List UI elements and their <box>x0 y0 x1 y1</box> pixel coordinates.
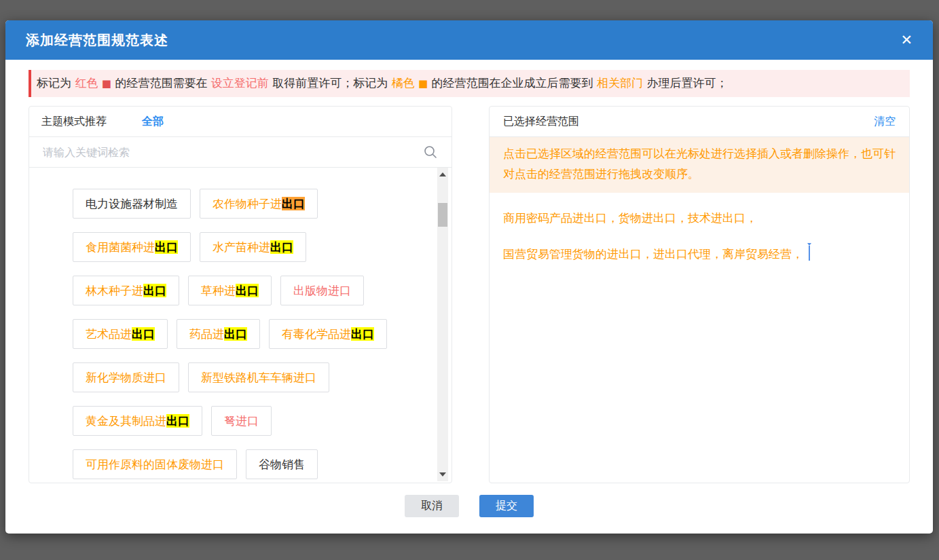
tag-row: 林木种子进出口草种进出口出版物进口 <box>73 276 424 305</box>
scope-tag[interactable]: 水产苗种进出口 <box>200 232 306 262</box>
scope-tag[interactable]: 林木种子进出口 <box>73 276 179 305</box>
selected-panel-header: 已选择经营范围 清空 <box>490 107 909 137</box>
selected-scope-panel: 已选择经营范围 清空 点击已选择区域的经营范围可以在光标处进行选择插入或者删除操… <box>489 106 910 483</box>
tag-list: 电力设施器材制造农作物种子进出口食用菌菌种进出口水产苗种进出口林木种子进出口草种… <box>29 168 452 483</box>
tag-row: 艺术品进出口药品进出口有毒化学品进出口 <box>73 319 424 349</box>
selected-scope-line[interactable]: 商用密码产品进出口，货物进出口，技术进出口， <box>503 209 896 227</box>
notice-segment: 取得前置许可；标记为 <box>269 76 392 90</box>
notice-segment: 的经营范围需要在 <box>111 76 211 90</box>
scope-tag[interactable]: 黄金及其制品进出口 <box>73 406 202 436</box>
keyword-highlight: 出口 <box>224 327 247 341</box>
keyword-highlight: 出口 <box>351 327 374 341</box>
notice-segment: 办理后置许可； <box>643 76 727 90</box>
keyword-highlight: 出口 <box>143 284 166 297</box>
add-business-scope-dialog: 添加经营范围规范表述 ✕ 标记为 红色 ■ 的经营范围需要在 设立登记前 取得前… <box>5 20 933 534</box>
notice-segment: 设立登记前 <box>211 76 269 90</box>
tag-list-scrollbar[interactable] <box>437 168 448 481</box>
panels-row: 主题模式推荐 全部 电力设施器材制造农作物种子进出口食用菌菌种进出口水产苗种进出… <box>29 106 910 483</box>
scrollbar-up-icon[interactable] <box>437 169 448 180</box>
notice-segment: ■ <box>418 77 428 90</box>
scope-tag[interactable]: 新型铁路机车车辆进口 <box>188 362 329 392</box>
scope-tag[interactable]: 弩进口 <box>211 406 272 436</box>
drag-hint: 点击已选择区域的经营范围可以在光标处进行选择插入或者删除操作，也可针对点击的经营… <box>490 137 909 193</box>
search-icon[interactable] <box>423 145 438 160</box>
tag-row: 新化学物质进口新型铁路机车车辆进口 <box>73 362 424 392</box>
scope-tag[interactable]: 谷物销售 <box>246 449 318 479</box>
selected-scope-editor[interactable]: 商用密码产品进出口，货物进出口，技术进出口，国营贸易管理货物的进出口，进出口代理… <box>490 193 909 483</box>
scope-tag[interactable]: 出版物进口 <box>280 276 364 305</box>
dialog-header: 添加经营范围规范表述 ✕ <box>5 20 933 60</box>
tab-theme-mode[interactable]: 主题模式推荐 <box>41 115 107 129</box>
close-icon[interactable]: ✕ <box>900 33 913 48</box>
tag-row: 黄金及其制品进出口弩进口 <box>73 406 424 436</box>
notice-segment: 橘色 <box>392 76 418 90</box>
scope-tag[interactable]: 药品进出口 <box>177 319 260 349</box>
dialog-footer: 取消 提交 <box>29 495 910 517</box>
selected-scope-line[interactable]: 国营贸易管理货物的进出口，进出口代理，离岸贸易经营， <box>503 245 896 263</box>
keyword-highlight: 出口 <box>236 284 259 297</box>
search-row <box>29 137 452 168</box>
notice-segment: 标记为 <box>37 76 75 90</box>
scope-tag[interactable]: 艺术品进出口 <box>73 319 168 349</box>
scope-tag[interactable]: 食用菌菌种进出口 <box>73 232 191 262</box>
selected-panel-title: 已选择经营范围 <box>503 115 579 129</box>
keyword-highlight: 出口 <box>132 327 155 341</box>
notice-segment: 红色 <box>75 76 101 90</box>
notice-segment: ■ <box>102 77 111 90</box>
keyword-highlight: 出口 <box>155 240 178 254</box>
keyword-highlight: 出口 <box>282 197 305 210</box>
tag-row: 电力设施器材制造农作物种子进出口 <box>73 189 424 219</box>
picker-tabs: 主题模式推荐 全部 <box>29 107 452 137</box>
modal-backdrop: { "modal": { "title": "添加经营范围规范表述", "clo… <box>0 0 939 560</box>
tab-all[interactable]: 全部 <box>142 115 164 129</box>
notice-segment: 相关部门 <box>597 76 643 90</box>
dialog-title: 添加经营范围规范表述 <box>26 31 168 50</box>
dialog-body: 标记为 红色 ■ 的经营范围需要在 设立登记前 取得前置许可；标记为 橘色 ■ … <box>5 60 933 517</box>
scope-tag[interactable]: 电力设施器材制造 <box>73 189 191 219</box>
scrollbar-thumb[interactable] <box>438 203 447 227</box>
scope-tag[interactable]: 可用作原料的固体废物进口 <box>73 449 237 479</box>
scope-tag[interactable]: 农作物种子进出口 <box>200 189 318 219</box>
tag-row: 食用菌菌种进出口水产苗种进出口 <box>73 232 424 262</box>
text-cursor <box>809 246 810 261</box>
submit-button[interactable]: 提交 <box>479 495 534 517</box>
scrollbar-down-icon[interactable] <box>437 469 448 480</box>
tag-row: 可用作原料的固体废物进口谷物销售 <box>73 449 424 479</box>
permission-notice: 标记为 红色 ■ 的经营范围需要在 设立登记前 取得前置许可；标记为 橘色 ■ … <box>29 70 910 97</box>
keyword-highlight: 出口 <box>166 414 189 428</box>
cancel-button[interactable]: 取消 <box>405 495 459 517</box>
keyword-highlight: 出口 <box>270 240 293 254</box>
scope-tag[interactable]: 有毒化学品进出口 <box>269 319 387 349</box>
notice-segment: 的经营范围在企业成立后需要到 <box>428 76 597 90</box>
scope-tag[interactable]: 草种进出口 <box>188 276 272 305</box>
scope-tag[interactable]: 新化学物质进口 <box>73 362 179 392</box>
scope-picker-panel: 主题模式推荐 全部 电力设施器材制造农作物种子进出口食用菌菌种进出口水产苗种进出… <box>29 106 452 483</box>
clear-link[interactable]: 清空 <box>874 115 896 129</box>
keyword-search-input[interactable] <box>43 146 418 159</box>
